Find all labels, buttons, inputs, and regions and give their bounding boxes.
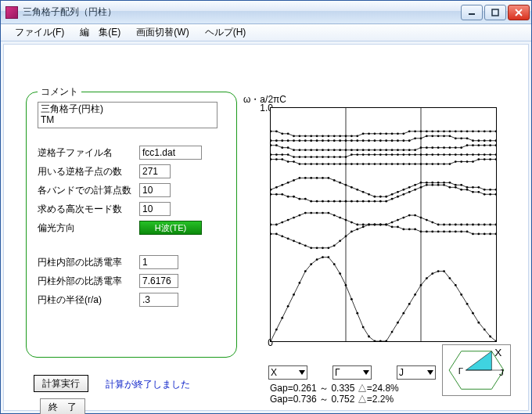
svg-point-282 xyxy=(477,153,480,156)
svg-point-98 xyxy=(339,217,341,219)
input-recip-points[interactable] xyxy=(139,164,171,178)
app-icon xyxy=(5,6,18,19)
menu-file[interactable]: ファイル(F) xyxy=(15,26,64,39)
svg-point-169 xyxy=(287,182,289,184)
svg-point-187 xyxy=(391,193,394,196)
svg-point-296 xyxy=(327,149,329,151)
svg-point-400 xyxy=(466,130,469,132)
svg-point-331 xyxy=(299,139,301,142)
svg-point-313 xyxy=(426,146,428,149)
label-eps-in: 円柱内部の比誘電率 xyxy=(38,256,139,269)
exit-button[interactable]: 終 了 xyxy=(40,398,85,414)
svg-point-317 xyxy=(449,146,451,149)
svg-point-404 xyxy=(489,130,491,132)
svg-point-285 xyxy=(495,153,497,156)
svg-point-29 xyxy=(402,312,404,315)
svg-point-401 xyxy=(472,130,474,132)
svg-point-237 xyxy=(449,163,451,165)
svg-point-183 xyxy=(368,193,370,196)
svg-point-141 xyxy=(356,200,358,203)
svg-point-149 xyxy=(402,193,404,196)
svg-point-223 xyxy=(368,163,370,165)
svg-point-28 xyxy=(397,322,399,324)
svg-point-268 xyxy=(397,153,399,156)
maximize-button[interactable] xyxy=(484,5,506,20)
svg-point-97 xyxy=(333,214,336,217)
svg-point-392 xyxy=(420,130,422,132)
svg-point-322 xyxy=(477,144,480,146)
svg-point-133 xyxy=(310,200,312,203)
svg-point-338 xyxy=(339,139,341,142)
svg-point-311 xyxy=(414,149,416,151)
svg-point-267 xyxy=(391,153,394,156)
svg-point-385 xyxy=(379,132,382,135)
input-kpoints[interactable] xyxy=(139,183,171,197)
svg-point-266 xyxy=(385,153,387,156)
svg-point-199 xyxy=(460,184,462,186)
svg-point-30 xyxy=(408,303,411,305)
svg-point-194 xyxy=(431,182,433,184)
input-radius[interactable] xyxy=(139,293,178,307)
svg-point-297 xyxy=(333,149,336,151)
polarization-toggle[interactable]: H波(TE) xyxy=(139,221,202,235)
svg-point-239 xyxy=(460,160,462,163)
svg-point-86 xyxy=(270,224,271,226)
menu-help[interactable]: ヘルプ(H) xyxy=(205,26,246,39)
svg-point-186 xyxy=(385,196,387,198)
run-button[interactable]: 計算実行 xyxy=(34,375,88,392)
svg-point-366 xyxy=(270,130,271,132)
input-eps-out[interactable] xyxy=(139,274,178,288)
minimize-button[interactable] xyxy=(461,5,483,20)
svg-point-54 xyxy=(316,247,318,249)
svg-point-62 xyxy=(362,226,365,229)
svg-point-357 xyxy=(449,135,451,137)
svg-point-272 xyxy=(420,153,422,156)
svg-point-250 xyxy=(293,156,295,158)
svg-point-76 xyxy=(443,231,445,233)
svg-point-52 xyxy=(304,244,307,247)
svg-point-129 xyxy=(287,196,289,198)
svg-point-166 xyxy=(270,189,271,191)
svg-point-402 xyxy=(477,130,480,132)
svg-point-43 xyxy=(483,329,486,331)
close-button[interactable] xyxy=(508,5,530,20)
svg-point-128 xyxy=(281,193,283,196)
svg-point-241 xyxy=(472,160,474,163)
svg-point-124 xyxy=(489,224,491,226)
svg-point-349 xyxy=(402,139,404,142)
svg-point-300 xyxy=(350,149,353,151)
plot-canvas xyxy=(270,107,497,342)
input-recip-file[interactable] xyxy=(139,146,202,160)
svg-point-20 xyxy=(350,298,353,301)
kpath-select-1[interactable]: X xyxy=(268,365,307,380)
svg-point-362 xyxy=(477,139,480,142)
menu-edit[interactable]: 編 集(E) xyxy=(80,26,120,39)
svg-point-57 xyxy=(333,244,336,247)
kpath-select-2[interactable]: Γ xyxy=(332,365,372,380)
window-title: 三角格子配列（円柱） xyxy=(23,5,117,19)
input-eps-in[interactable] xyxy=(139,255,178,269)
svg-point-164 xyxy=(489,193,491,196)
svg-point-353 xyxy=(426,135,428,137)
svg-point-153 xyxy=(426,184,428,186)
comment-textarea[interactable]: 三角格子(円柱) TM xyxy=(38,102,217,128)
menu-view[interactable]: 画面切替(W) xyxy=(136,26,189,39)
svg-point-119 xyxy=(460,224,462,226)
svg-point-232 xyxy=(420,163,422,165)
svg-point-87 xyxy=(275,224,278,226)
svg-point-290 xyxy=(293,149,295,151)
svg-point-121 xyxy=(472,224,474,226)
svg-point-284 xyxy=(489,153,491,156)
input-modes[interactable] xyxy=(139,202,171,216)
svg-point-178 xyxy=(339,182,341,184)
svg-point-118 xyxy=(455,224,457,226)
svg-point-154 xyxy=(431,184,433,186)
svg-point-324 xyxy=(489,144,491,146)
svg-point-88 xyxy=(281,221,283,224)
svg-point-32 xyxy=(420,284,422,286)
svg-point-393 xyxy=(426,130,428,132)
svg-point-256 xyxy=(327,156,329,158)
svg-point-341 xyxy=(356,139,358,142)
kpath-select-3[interactable]: J xyxy=(397,365,436,380)
svg-point-105 xyxy=(379,224,382,226)
